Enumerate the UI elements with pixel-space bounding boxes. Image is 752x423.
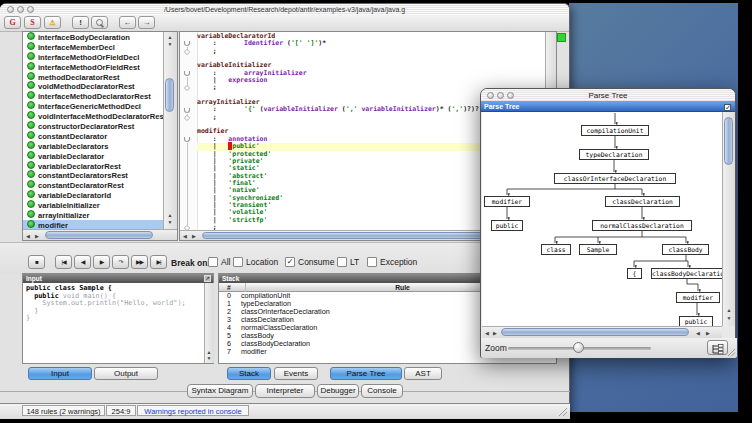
editor-line[interactable]: | expression (197, 77, 546, 84)
parse-tree-horizontal-scrollbar[interactable]: ◀ ▶ ◀ ▶ (482, 326, 722, 338)
tree-node[interactable]: typeDeclaration (579, 149, 649, 160)
scroll-up-icon[interactable]: ▲ (725, 307, 733, 313)
detach-panel-icon[interactable]: ↗ (204, 275, 211, 282)
parse-tree-titlebar[interactable]: Parse Tree (481, 89, 735, 102)
rule-list-item[interactable]: interfaceMethodDeclaratorRest (23, 91, 163, 101)
rule-list-item[interactable]: variableDeclaratorRest (23, 161, 163, 171)
rule-list-item[interactable]: voidMethodDeclaratorRest (23, 81, 163, 91)
scroll-down-icon[interactable]: ▼ (166, 219, 174, 225)
rule-list-item[interactable]: interfaceMethodOrFieldDecl (23, 52, 163, 62)
tree-node[interactable]: compilationUnit (581, 125, 649, 136)
tree-node[interactable]: classDeclaration (605, 196, 680, 207)
window-resize-grip[interactable] (727, 348, 736, 357)
checkbox-location[interactable]: Location (233, 257, 278, 267)
view-tab-debugger[interactable]: Debugger (317, 384, 359, 398)
rule-list-item[interactable]: constantDeclarator (23, 131, 163, 141)
tree-node[interactable]: classBody (662, 244, 709, 255)
tree-node[interactable]: modifier (484, 196, 530, 207)
tree-node[interactable]: public (491, 220, 523, 231)
rule-label: variableInitializer (38, 201, 100, 210)
parse-tree-header[interactable]: Parse Tree ✓ (481, 102, 735, 112)
editor-line[interactable]: : Identifier ('[' ']')* (197, 40, 546, 47)
checkbox-consume[interactable]: ✓Consume (285, 257, 334, 267)
rule-icon (27, 52, 35, 60)
syntax-icon-button[interactable]: S (24, 16, 41, 29)
rule-list-item[interactable]: modifier (23, 220, 163, 229)
tree-node[interactable]: public (679, 316, 713, 326)
window-resize-grip[interactable] (558, 407, 568, 417)
warning-icon-button[interactable]: ⚠ (44, 16, 61, 29)
rule-list-item[interactable]: constantDeclaratorRest (23, 180, 163, 190)
rule-list-item[interactable]: methodDeclaratorRest (23, 72, 163, 82)
tree-node[interactable]: class (541, 244, 571, 255)
rule-list-item[interactable]: constructorDeclaratorRest (23, 121, 163, 131)
scroll-down-icon[interactable]: ▼ (166, 41, 174, 47)
scroll-up-icon[interactable]: ▲ (166, 212, 174, 218)
tree-node[interactable]: normalClassDeclaration (592, 220, 692, 231)
scroll-left-icon[interactable]: ◀ (24, 233, 32, 239)
scroll-left-icon[interactable]: ◀ (694, 330, 702, 336)
checkbox-lt[interactable]: LT (337, 257, 359, 267)
warnings-status-link[interactable]: Warnings reported in console (137, 405, 249, 416)
view-tab-interpreter[interactable]: Interpreter (255, 384, 315, 398)
scroll-right-icon[interactable]: ▶ (491, 330, 499, 336)
tree-node[interactable]: Sample (579, 244, 617, 255)
tree-node[interactable]: modifier (676, 292, 720, 303)
rule-list-item[interactable]: variableDeclarators (23, 141, 163, 151)
checkbox-exception[interactable]: Exception (367, 257, 417, 267)
scrollbar-thumb[interactable] (724, 117, 733, 165)
scrollbar-thumb[interactable] (501, 328, 689, 336)
view-tab-console[interactable]: Console (361, 384, 403, 398)
grammar-icon-button[interactable]: G (4, 16, 21, 29)
scroll-down-icon[interactable]: ▼ (205, 355, 213, 361)
editor-line[interactable]: ; (197, 48, 546, 55)
scrollbar-thumb[interactable] (165, 78, 174, 112)
tab-events[interactable]: Events (274, 367, 318, 380)
scroll-right-icon[interactable]: ▶ (704, 330, 712, 336)
debug-icon-button[interactable]: ! (72, 16, 89, 29)
rule-list-item[interactable]: interfaceMemberDecl (23, 42, 163, 52)
rule-list-item[interactable]: arrayInitializer (23, 210, 163, 220)
back-button[interactable]: ← (119, 16, 136, 29)
scroll-up-icon[interactable]: ▲ (166, 34, 174, 40)
scroll-down-icon[interactable]: ▼ (725, 315, 733, 321)
input-vertical-scrollbar[interactable]: ▲ ▼ (204, 283, 214, 363)
scrollbar-thumb[interactable] (45, 231, 153, 239)
rule-label: voidMethodDeclaratorRest (38, 82, 135, 91)
tree-node[interactable]: classOrInterfaceDeclaration (554, 173, 676, 184)
input-code[interactable]: public class Sample { public void main()… (26, 285, 202, 362)
tree-node[interactable]: { (627, 268, 642, 279)
input-panel-header[interactable]: Input ↗ (23, 274, 213, 283)
tab-parse-tree[interactable]: Parse Tree (330, 367, 402, 380)
rule-list-item[interactable]: interfaceBodyDeclaration (23, 32, 163, 42)
find-icon-button[interactable] (91, 16, 108, 29)
scroll-left-icon[interactable]: ◀ (483, 330, 491, 336)
rule-list-item[interactable]: variableDeclaratorId (23, 190, 163, 200)
scroll-right-icon[interactable]: ▶ (33, 233, 41, 239)
rule-list-item[interactable]: interfaceGenericMethodDecl (23, 101, 163, 111)
parse-tree-header-checkbox[interactable]: ✓ (724, 104, 731, 111)
tab-output[interactable]: Output (94, 367, 158, 380)
tab-stack[interactable]: Stack (227, 367, 271, 380)
tab-ast[interactable]: AST (404, 367, 442, 380)
rule-list-item[interactable]: variableInitializer (23, 200, 163, 210)
rule-list-item[interactable]: interfaceMethodOrFieldRest (23, 62, 163, 72)
zoom-slider-thumb[interactable] (573, 342, 584, 353)
scroll-left-icon[interactable]: ◀ (181, 233, 189, 239)
rule-list-vertical-scrollbar[interactable]: ▲ ▼ ▲ ▼ (163, 32, 177, 229)
scrollbar-thumb[interactable] (202, 232, 522, 239)
tab-input[interactable]: Input (28, 367, 92, 380)
parse-tree-canvas[interactable]: compilationUnittypeDeclarationclassOrInt… (482, 112, 722, 326)
rule-list-item[interactable]: voidInterfaceMethodDeclaratorRest (23, 111, 163, 121)
parse-tree-vertical-scrollbar[interactable]: ▲ ▼ (722, 112, 735, 326)
scroll-right-icon[interactable]: ▶ (190, 233, 198, 239)
tree-layout-button[interactable] (707, 340, 728, 355)
checkbox-all[interactable]: All (208, 257, 230, 267)
rule-label: interfaceMethodOrFieldDecl (38, 52, 139, 61)
forward-button[interactable]: → (138, 16, 155, 29)
rule-list-item[interactable]: variableDeclarator (23, 151, 163, 161)
view-tab-syntax-diagram[interactable]: Syntax Diagram (187, 384, 253, 398)
rule-list-item[interactable]: constantDeclaratorsRest (23, 170, 163, 180)
rule-list-horizontal-scrollbar[interactable]: ◀ ▶ (23, 229, 177, 240)
tree-node[interactable]: classBodyDeclaration (651, 268, 722, 279)
